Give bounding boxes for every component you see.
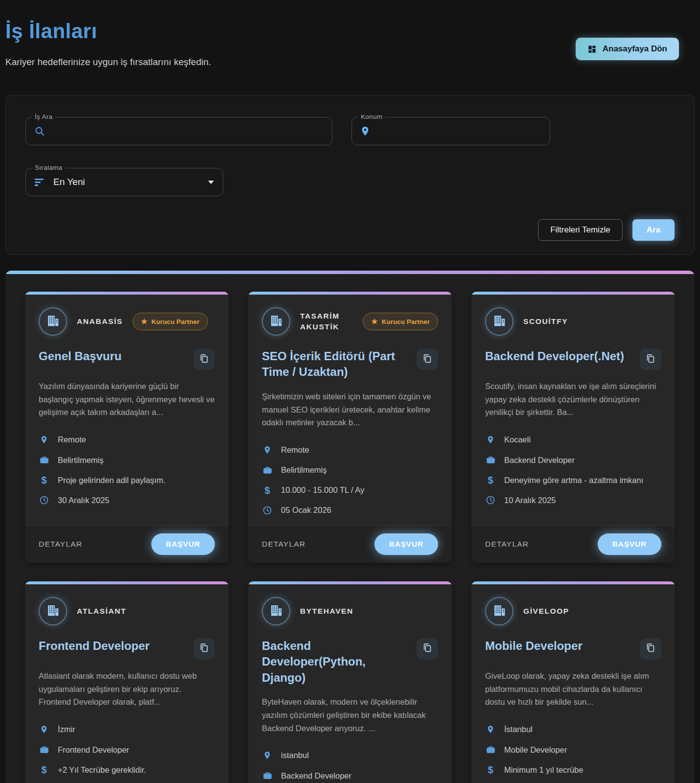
details-button[interactable]: DETAYLAR bbox=[485, 540, 529, 549]
job-search-label: İş Ara bbox=[32, 113, 55, 120]
location-pin-icon bbox=[485, 435, 496, 445]
clock-icon bbox=[39, 495, 49, 505]
job-category: Frontend Developer bbox=[58, 745, 129, 755]
details-button[interactable]: DETAYLAR bbox=[262, 540, 305, 549]
filter-panel: İş Ara Konum Sıralama bbox=[5, 95, 695, 255]
meta-row-category: Belirtilmemiş bbox=[39, 455, 215, 465]
apply-button[interactable]: BAŞVUR bbox=[598, 533, 661, 555]
copy-link-button[interactable] bbox=[640, 638, 661, 660]
meta-row-deadline: 05 Ocak 2026 bbox=[262, 506, 438, 515]
page-header: İş İlanları Kariyer hedeflerinize uygun … bbox=[5, 0, 695, 68]
results-section: ANABASİS ★ Kurucu Partner Genel Başvuru bbox=[5, 271, 695, 783]
briefcase-icon bbox=[262, 771, 273, 781]
apply-button[interactable]: BAŞVUR bbox=[374, 533, 438, 555]
card-footer: DETAYLAR BAŞVUR bbox=[25, 525, 229, 563]
copy-icon bbox=[199, 643, 210, 655]
job-location: İstanbul bbox=[504, 725, 533, 734]
star-icon: ★ bbox=[371, 317, 377, 326]
company-name: TASARİM AKUSTİK bbox=[300, 311, 353, 333]
sort-icon bbox=[34, 177, 46, 187]
home-button-label: Anasayfaya Dön bbox=[603, 44, 667, 54]
home-button[interactable]: Anasayfaya Dön bbox=[576, 38, 679, 60]
job-card: BYTEHAVEN Backend Developer(Python, Djan… bbox=[248, 581, 452, 783]
location-field[interactable]: Konum bbox=[351, 117, 550, 145]
job-deadline: 05 Ocak 2026 bbox=[281, 506, 331, 515]
details-button[interactable]: DETAYLAR bbox=[39, 540, 82, 549]
meta-row-location: İstanbul bbox=[485, 724, 661, 735]
meta-row-location: İzmir bbox=[39, 724, 215, 735]
job-location: Remote bbox=[281, 445, 309, 455]
company-avatar bbox=[262, 597, 290, 625]
job-title: Frontend Developer bbox=[39, 638, 187, 654]
location-pin-icon bbox=[262, 445, 273, 455]
sort-label: Sıralama bbox=[32, 164, 65, 171]
dollar-icon: $ bbox=[485, 765, 496, 775]
dollar-icon: $ bbox=[39, 765, 49, 775]
meta-row-location: Remote bbox=[262, 445, 438, 455]
founder-badge: ★ Kurucu Partner bbox=[133, 313, 208, 330]
job-search-input[interactable] bbox=[51, 126, 324, 136]
company-avatar bbox=[39, 307, 67, 336]
meta-row-deadline: 30 Aralık 2025 bbox=[39, 495, 215, 505]
location-input[interactable] bbox=[376, 126, 542, 136]
company-avatar bbox=[39, 597, 67, 625]
apply-button[interactable]: BAŞVUR bbox=[151, 533, 215, 555]
meta-row-category: Mobile Developer bbox=[485, 745, 661, 755]
results-gradient-bar bbox=[5, 271, 695, 274]
company-name: ANABASİS bbox=[77, 316, 123, 327]
meta-row-salary: $ Proje gelirinden adil paylaşım. bbox=[39, 475, 215, 485]
job-cards-grid: ANABASİS ★ Kurucu Partner Genel Başvuru bbox=[5, 274, 695, 783]
job-title: Mobile Developer bbox=[485, 638, 634, 654]
job-search-field[interactable]: İş Ara bbox=[25, 117, 332, 145]
copy-link-button[interactable] bbox=[417, 638, 438, 660]
job-deadline: 30 Aralık 2025 bbox=[58, 496, 110, 505]
dollar-icon: $ bbox=[262, 485, 273, 495]
briefcase-icon bbox=[485, 455, 496, 465]
copy-icon bbox=[422, 643, 433, 655]
job-location: istanbul bbox=[281, 751, 309, 760]
card-footer: DETAYLAR BAŞVUR bbox=[248, 525, 452, 563]
clear-filters-button[interactable]: Filtreleri Temizle bbox=[538, 219, 623, 241]
briefcase-icon bbox=[485, 745, 496, 755]
job-description: Atlasiant olarak modern, kullanıcı dostu… bbox=[39, 669, 215, 709]
job-location: Remote bbox=[58, 435, 86, 444]
job-description: Şirketimizin web siteleri için tamamen ö… bbox=[262, 390, 438, 429]
sort-select[interactable]: Sıralama En Yeni bbox=[25, 168, 223, 196]
job-salary: Deneyime göre artma - azaltma imkanı bbox=[504, 476, 643, 485]
copy-icon bbox=[645, 643, 656, 655]
chevron-down-icon bbox=[208, 181, 214, 184]
job-location: Kocaeli bbox=[504, 435, 531, 444]
copy-link-button[interactable] bbox=[640, 348, 661, 370]
search-submit-button[interactable]: Ara bbox=[632, 219, 675, 241]
job-card: ATLASİANT Frontend Developer Atlasiant o… bbox=[25, 581, 229, 783]
location-label: Konum bbox=[358, 113, 385, 120]
job-card: GİVELOOP Mobile Developer GiveLoop olara… bbox=[471, 581, 675, 783]
founder-badge-label: Kurucu Partner bbox=[151, 318, 199, 325]
job-salary: +2 Yıl Tecrübe gereklidir. bbox=[58, 765, 146, 775]
company-name: BYTEHAVEN bbox=[300, 606, 353, 617]
company-avatar bbox=[485, 307, 513, 336]
location-pin-icon bbox=[360, 125, 371, 137]
copy-icon bbox=[645, 353, 656, 366]
copy-link-button[interactable] bbox=[417, 348, 438, 370]
meta-row-salary: $ Deneyime göre artma - azaltma imkanı bbox=[485, 475, 661, 485]
dashboard-icon bbox=[587, 45, 597, 54]
job-category: Backend Developer bbox=[504, 456, 575, 465]
briefcase-icon bbox=[39, 455, 49, 465]
meta-row-category: Frontend Developer bbox=[39, 745, 215, 755]
meta-row-location: Remote bbox=[39, 435, 215, 445]
job-title: Genel Başvuru bbox=[39, 348, 187, 364]
copy-link-button[interactable] bbox=[193, 348, 215, 370]
job-description: GiveLoop olarak, yapay zeka destekli işe… bbox=[485, 669, 661, 709]
meta-row-category: Backend Developer bbox=[485, 455, 661, 465]
company-name: ATLASİANT bbox=[77, 606, 126, 617]
job-card: ANABASİS ★ Kurucu Partner Genel Başvuru bbox=[25, 292, 229, 563]
clock-icon bbox=[262, 506, 273, 515]
meta-row-location: istanbul bbox=[262, 750, 438, 760]
company-name: GİVELOOP bbox=[523, 606, 569, 617]
copy-link-button[interactable] bbox=[193, 638, 215, 660]
meta-row-salary: $ Minimum 1 yıl tecrübe bbox=[485, 765, 661, 775]
job-category: Belirtilmemiş bbox=[281, 465, 327, 475]
briefcase-icon bbox=[262, 465, 273, 475]
founder-badge: ★ Kurucu Partner bbox=[363, 313, 438, 330]
